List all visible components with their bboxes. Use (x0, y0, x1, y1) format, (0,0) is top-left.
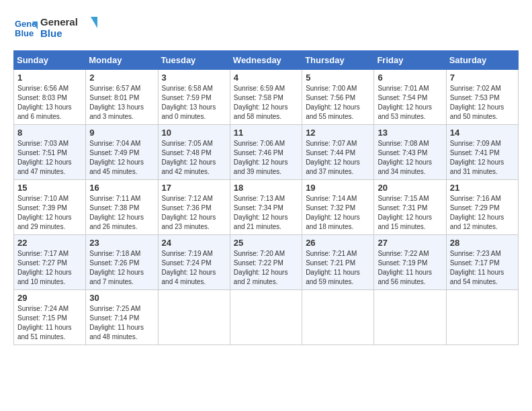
day-info: Sunrise: 7:17 AMSunset: 7:27 PMDaylight:… (17, 249, 82, 287)
header-day-sunday: Sunday (14, 50, 86, 69)
day-number: 17 (162, 183, 226, 193)
calendar-cell: 16Sunrise: 7:11 AMSunset: 7:38 PMDayligh… (86, 179, 158, 234)
calendar-cell: 13Sunrise: 7:08 AMSunset: 7:43 PMDayligh… (374, 124, 446, 179)
day-number: 20 (378, 183, 442, 193)
day-number: 9 (89, 128, 154, 138)
calendar-cell: 24Sunrise: 7:19 AMSunset: 7:24 PMDayligh… (158, 234, 230, 289)
day-number: 14 (450, 128, 515, 138)
day-number: 7 (450, 73, 515, 83)
day-number: 16 (89, 183, 154, 193)
header-day-friday: Friday (374, 50, 446, 69)
day-info: Sunrise: 7:05 AMSunset: 7:48 PMDaylight:… (162, 139, 226, 177)
calendar-table: SundayMondayTuesdayWednesdayThursdayFrid… (13, 50, 519, 345)
day-info: Sunrise: 7:06 AMSunset: 7:46 PMDaylight:… (234, 139, 298, 177)
day-number: 25 (234, 238, 298, 248)
day-number: 6 (378, 73, 442, 83)
day-number: 21 (450, 183, 515, 193)
calendar-cell: 4Sunrise: 6:59 AMSunset: 7:58 PMDaylight… (230, 69, 302, 124)
header-day-tuesday: Tuesday (158, 50, 230, 69)
day-info: Sunrise: 7:04 AMSunset: 7:49 PMDaylight:… (89, 139, 154, 177)
day-info: Sunrise: 7:14 AMSunset: 7:32 PMDaylight:… (306, 194, 370, 232)
day-info: Sunrise: 7:10 AMSunset: 7:39 PMDaylight:… (17, 194, 82, 232)
logo-text: General Blue (40, 13, 101, 44)
calendar-cell: 21Sunrise: 7:16 AMSunset: 7:29 PMDayligh… (446, 179, 518, 234)
day-info: Sunrise: 7:02 AMSunset: 7:53 PMDaylight:… (450, 84, 515, 122)
day-info: Sunrise: 7:24 AMSunset: 7:15 PMDaylight:… (17, 304, 82, 342)
day-info: Sunrise: 7:00 AMSunset: 7:56 PMDaylight:… (306, 84, 370, 122)
day-info: Sunrise: 7:20 AMSunset: 7:22 PMDaylight:… (234, 249, 298, 287)
calendar-cell: 29Sunrise: 7:24 AMSunset: 7:15 PMDayligh… (14, 289, 86, 345)
day-number: 27 (378, 238, 442, 248)
calendar-cell: 18Sunrise: 7:13 AMSunset: 7:34 PMDayligh… (230, 179, 302, 234)
calendar-cell: 6Sunrise: 7:01 AMSunset: 7:54 PMDaylight… (374, 69, 446, 124)
calendar-cell: 1Sunrise: 6:56 AMSunset: 8:03 PMDaylight… (14, 69, 86, 124)
calendar-cell: 12Sunrise: 7:07 AMSunset: 7:44 PMDayligh… (302, 124, 374, 179)
day-info: Sunrise: 7:16 AMSunset: 7:29 PMDaylight:… (450, 194, 515, 232)
calendar-cell: 7Sunrise: 7:02 AMSunset: 7:53 PMDaylight… (446, 69, 518, 124)
day-number: 26 (306, 238, 370, 248)
day-number: 5 (306, 73, 370, 83)
day-info: Sunrise: 7:07 AMSunset: 7:44 PMDaylight:… (306, 139, 370, 177)
calendar-cell: 5Sunrise: 7:00 AMSunset: 7:56 PMDaylight… (302, 69, 374, 124)
calendar-cell (230, 289, 302, 345)
calendar-cell: 8Sunrise: 7:03 AMSunset: 7:51 PMDaylight… (14, 124, 86, 179)
day-number: 22 (17, 238, 82, 248)
day-number: 1 (17, 73, 82, 83)
day-number: 10 (162, 128, 226, 138)
day-number: 12 (306, 128, 370, 138)
day-info: Sunrise: 7:11 AMSunset: 7:38 PMDaylight:… (89, 194, 154, 232)
day-info: Sunrise: 7:18 AMSunset: 7:26 PMDaylight:… (89, 249, 154, 287)
day-number: 19 (306, 183, 370, 193)
calendar-week-row: 8Sunrise: 7:03 AMSunset: 7:51 PMDaylight… (14, 124, 519, 179)
day-info: Sunrise: 7:03 AMSunset: 7:51 PMDaylight:… (17, 139, 82, 177)
day-info: Sunrise: 7:15 AMSunset: 7:31 PMDaylight:… (378, 194, 442, 232)
calendar-cell: 19Sunrise: 7:14 AMSunset: 7:32 PMDayligh… (302, 179, 374, 234)
day-info: Sunrise: 6:57 AMSunset: 8:01 PMDaylight:… (89, 84, 154, 122)
day-info: Sunrise: 7:22 AMSunset: 7:19 PMDaylight:… (378, 249, 442, 287)
calendar-week-row: 15Sunrise: 7:10 AMSunset: 7:39 PMDayligh… (14, 179, 519, 234)
day-number: 24 (162, 238, 226, 248)
header-day-monday: Monday (86, 50, 158, 69)
calendar-cell (446, 289, 518, 345)
day-number: 13 (378, 128, 442, 138)
calendar-cell: 30Sunrise: 7:25 AMSunset: 7:14 PMDayligh… (86, 289, 158, 345)
calendar-cell (302, 289, 374, 345)
calendar-cell: 15Sunrise: 7:10 AMSunset: 7:39 PMDayligh… (14, 179, 86, 234)
calendar-cell: 25Sunrise: 7:20 AMSunset: 7:22 PMDayligh… (230, 234, 302, 289)
day-number: 23 (89, 238, 154, 248)
calendar-cell: 14Sunrise: 7:09 AMSunset: 7:41 PMDayligh… (446, 124, 518, 179)
svg-marker-6 (91, 17, 97, 28)
calendar-cell: 22Sunrise: 7:17 AMSunset: 7:27 PMDayligh… (14, 234, 86, 289)
calendar-week-row: 1Sunrise: 6:56 AMSunset: 8:03 PMDaylight… (14, 69, 519, 124)
day-number: 28 (450, 238, 515, 248)
day-number: 2 (89, 73, 154, 83)
calendar-cell: 2Sunrise: 6:57 AMSunset: 8:01 PMDaylight… (86, 69, 158, 124)
header-day-wednesday: Wednesday (230, 50, 302, 69)
day-number: 30 (89, 293, 154, 303)
calendar-cell: 27Sunrise: 7:22 AMSunset: 7:19 PMDayligh… (374, 234, 446, 289)
calendar-week-row: 22Sunrise: 7:17 AMSunset: 7:27 PMDayligh… (14, 234, 519, 289)
svg-text:Blue: Blue (40, 28, 62, 39)
calendar-week-row: 29Sunrise: 7:24 AMSunset: 7:15 PMDayligh… (14, 289, 519, 345)
day-number: 11 (234, 128, 298, 138)
day-info: Sunrise: 6:59 AMSunset: 7:58 PMDaylight:… (234, 84, 298, 122)
day-info: Sunrise: 7:13 AMSunset: 7:34 PMDaylight:… (234, 194, 298, 232)
day-info: Sunrise: 7:19 AMSunset: 7:24 PMDaylight:… (162, 249, 226, 287)
day-number: 3 (162, 73, 226, 83)
calendar-header-row: SundayMondayTuesdayWednesdayThursdayFrid… (14, 50, 519, 69)
day-info: Sunrise: 7:23 AMSunset: 7:17 PMDaylight:… (450, 249, 515, 287)
calendar-cell (158, 289, 230, 345)
calendar-cell: 23Sunrise: 7:18 AMSunset: 7:26 PMDayligh… (86, 234, 158, 289)
day-info: Sunrise: 7:25 AMSunset: 7:14 PMDaylight:… (89, 304, 154, 342)
header-day-saturday: Saturday (446, 50, 518, 69)
day-number: 8 (17, 128, 82, 138)
day-info: Sunrise: 7:21 AMSunset: 7:21 PMDaylight:… (306, 249, 370, 287)
day-info: Sunrise: 7:01 AMSunset: 7:54 PMDaylight:… (378, 84, 442, 122)
page-header: General Blue General Blue (13, 13, 519, 44)
calendar-cell: 10Sunrise: 7:05 AMSunset: 7:48 PMDayligh… (158, 124, 230, 179)
calendar-cell: 28Sunrise: 7:23 AMSunset: 7:17 PMDayligh… (446, 234, 518, 289)
day-info: Sunrise: 6:58 AMSunset: 7:59 PMDaylight:… (162, 84, 226, 122)
calendar-cell: 17Sunrise: 7:12 AMSunset: 7:36 PMDayligh… (158, 179, 230, 234)
logo: General Blue General Blue (13, 13, 101, 44)
calendar-cell (374, 289, 446, 345)
